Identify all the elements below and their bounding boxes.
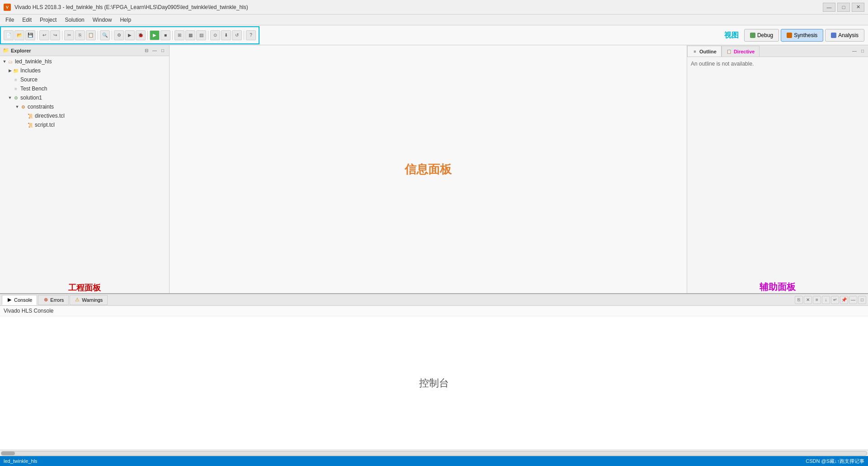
bottom-section: ▶ Console ⊗ Errors ⚠ Warnings ⎘ ✕ ≡ ↓ ↵ … [0, 293, 868, 456]
outline-tab-directive-label: Directive [734, 49, 755, 54]
menu-window[interactable]: Window [89, 16, 116, 24]
toolbar-sep-7 [208, 31, 208, 40]
explorer-actions: ⊟ — □ [143, 47, 166, 54]
tree-item-constraints[interactable]: ▼ ⚙ constraints [0, 102, 169, 111]
view-tab-synthesis[interactable]: Synthesis [781, 29, 823, 42]
toolbar-paste[interactable]: 📋 [86, 30, 96, 40]
tree-item-testbench[interactable]: ▶ ≡ Test Bench [0, 84, 169, 93]
toolbar-debug[interactable]: 🐞 [136, 30, 146, 40]
console-scroll-btn[interactable]: ↓ [822, 296, 830, 304]
toolbar-stop[interactable]: ■ [160, 30, 170, 40]
view-tab-debug[interactable]: Debug [744, 29, 779, 42]
toolbar-view2[interactable]: ▤ [196, 30, 206, 40]
toolbar-synth[interactable]: ⚙ [114, 30, 124, 40]
console-tab-group: ▶ Console ⊗ Errors ⚠ Warnings [2, 295, 108, 305]
solution-icon: ⚙ [13, 95, 19, 101]
console-text-area: 控制台 [0, 316, 868, 450]
toolbar-new[interactable]: 📄 [4, 30, 14, 40]
outline-aux-label: 辅助面板 [687, 281, 868, 293]
horizontal-scrollbar[interactable] [1, 451, 867, 456]
outline-tab-directive-icon: 📋 [726, 49, 732, 54]
outline-minimize-btn[interactable]: — [851, 48, 858, 55]
toolbar-program[interactable]: ⬇ [221, 30, 231, 40]
menu-project[interactable]: Project [36, 16, 60, 24]
top-section: 📁 Explorer ⊟ — □ ▼ 🗂 led_twinkle_hls [0, 45, 868, 293]
maximize-button[interactable]: □ [837, 3, 850, 12]
tree-item-script[interactable]: ▶ 📜 script.tcl [0, 120, 169, 129]
menu-edit[interactable]: Edit [19, 16, 35, 24]
tree-label-testbench: Test Bench [20, 86, 47, 92]
outline-tab-outline[interactable]: ≡ Outline [687, 46, 722, 57]
project-panel-label: 工程面板 [0, 282, 169, 293]
outline-content: An outline is not available. [687, 57, 868, 254]
main-content: 📁 Explorer ⊟ — □ ▼ 🗂 led_twinkle_hls [0, 45, 868, 456]
toolbar-save[interactable]: 💾 [25, 30, 35, 40]
console-tab-errors[interactable]: ⊗ Errors [38, 295, 69, 305]
toolbar-view1[interactable]: ▦ [185, 30, 195, 40]
menu-help[interactable]: Help [116, 16, 135, 24]
console-clear-btn[interactable]: ✕ [804, 296, 812, 304]
view-tabs-row: 视图 Debug Synthesis Analysis [724, 25, 868, 45]
outline-tab-directive[interactable]: 📋 Directive [722, 46, 760, 57]
console-maximize-btn[interactable]: □ [858, 296, 866, 304]
view-tab-analysis[interactable]: Analysis [825, 29, 864, 42]
tree-item-root[interactable]: ▼ 🗂 led_twinkle_hls [0, 57, 169, 66]
console-tab-warnings[interactable]: ⚠ Warnings [70, 295, 108, 305]
menu-solution[interactable]: Solution [61, 16, 88, 24]
tree-label-constraints: constraints [28, 104, 54, 110]
info-panel-label: 信息面板 [405, 162, 452, 177]
tcl-icon-script: 📜 [27, 122, 33, 128]
analysis-icon [831, 33, 836, 38]
menu-bar: File Edit Project Solution Window Help [0, 14, 868, 25]
console-minimize-btn[interactable]: — [849, 296, 857, 304]
tree-item-solution1[interactable]: ▼ ⚙ solution1 [0, 93, 169, 102]
console-tabs: ▶ Console ⊗ Errors ⚠ Warnings ⎘ ✕ ≡ ↓ ↵ … [0, 294, 868, 306]
console-wrap-btn[interactable]: ↵ [831, 296, 839, 304]
view-tab-debug-label: Debug [757, 32, 773, 38]
toolbar-open[interactable]: 📂 [14, 30, 24, 40]
testbench-icon: ≡ [13, 86, 19, 92]
menu-file[interactable]: File [2, 16, 18, 24]
tree-label-root: led_twinkle_hls [15, 58, 52, 65]
bottom-scrollbar [0, 450, 868, 456]
status-bar: led_twinkle_hls CSDN @S藏↓↑跑支撑记事 [0, 456, 868, 466]
toolbar-sep-4 [112, 31, 112, 40]
toolbar-sep-2 [62, 31, 62, 40]
toolbar-cut[interactable]: ✂ [64, 30, 74, 40]
toolbar-run[interactable]: ▶ [150, 30, 160, 40]
console-tab-errors-label: Errors [50, 297, 64, 303]
console-tab-console[interactable]: ▶ Console [2, 295, 37, 305]
toolbar-undo[interactable]: ↩ [39, 30, 49, 40]
title-bar: V Vivado HLS 2018.3 - led_twinkle_hls (E… [0, 0, 868, 14]
toolbar-search[interactable]: 🔍 [100, 30, 110, 40]
toolbar-redo[interactable]: ↪ [50, 30, 60, 40]
view-label: 视图 [724, 31, 739, 40]
toolbar-sim[interactable]: ▶ [125, 30, 135, 40]
toolbar-help[interactable]: ? [246, 30, 256, 40]
close-button[interactable]: ✕ [852, 3, 864, 12]
toolbar-refresh[interactable]: ↺ [232, 30, 242, 40]
explorer-title-label: Explorer [11, 48, 31, 53]
console-content: Vivado HLS Console 控制台 [0, 306, 868, 450]
warnings-icon: ⚠ [75, 297, 80, 303]
console-tab-warnings-label: Warnings [82, 297, 103, 303]
tree-label-solution1: solution1 [20, 95, 42, 101]
tree-item-directives[interactable]: ▶ 📜 directives.tcl [0, 111, 169, 120]
tree-item-source[interactable]: ▶ ≡ Source [0, 75, 169, 84]
console-copy-btn[interactable]: ⎘ [795, 296, 803, 304]
outline-maximize-btn[interactable]: □ [859, 48, 866, 55]
console-filter-btn[interactable]: ≡ [813, 296, 821, 304]
console-icon: ▶ [7, 297, 12, 303]
explorer-collapse-btn[interactable]: ⊟ [143, 47, 150, 54]
explorer-maximize-btn[interactable]: □ [159, 47, 166, 54]
toolbar-copy[interactable]: ⎘ [75, 30, 85, 40]
toolbar-layout[interactable]: ⊞ [175, 30, 184, 40]
minimize-button[interactable]: — [823, 3, 835, 12]
console-tab-console-label: Console [14, 297, 32, 303]
console-pin-btn[interactable]: 📌 [840, 296, 848, 304]
status-right: CSDN @S藏↓↑跑支撑记事 [806, 458, 864, 465]
toolbar-target[interactable]: ⊙ [210, 30, 220, 40]
explorer-minimize-btn[interactable]: — [151, 47, 158, 54]
tree-item-includes[interactable]: ▶ 📁 Includes [0, 66, 169, 75]
console-label: 控制台 [419, 376, 449, 390]
